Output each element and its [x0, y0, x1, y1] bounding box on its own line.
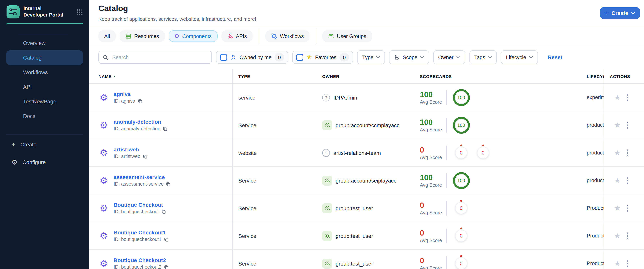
scorecard-ring[interactable]: 100: [450, 117, 472, 134]
search-box[interactable]: [98, 51, 212, 64]
app-grid-icon[interactable]: [76, 9, 83, 15]
scorecards-cell: 0 Avg Score 0: [420, 222, 587, 250]
copy-icon[interactable]: [138, 99, 143, 104]
component-gear-icon: ⚙: [100, 148, 108, 157]
scorecard-ring[interactable]: 100: [450, 172, 472, 189]
tab-label: Workflows: [280, 33, 304, 39]
filter-dropdown-tags[interactable]: Tags: [469, 50, 497, 64]
favorites-filter[interactable]: ★ Favorites 0: [292, 51, 353, 64]
sidebar-item-overview[interactable]: Overview: [6, 36, 83, 50]
scorecard-ring[interactable]: 0: [450, 202, 472, 214]
components-gear-icon: ⚙: [174, 33, 180, 39]
copy-icon[interactable]: [164, 265, 169, 269]
entity-id: ID: assessment-service: [114, 181, 164, 187]
tab-components[interactable]: ⚙Components: [168, 30, 218, 42]
scorecard-rings: 100: [450, 172, 472, 189]
lifecycle-value: Production: [587, 250, 604, 269]
reset-filters-link[interactable]: Reset: [548, 54, 562, 60]
chevron-down-icon: [631, 12, 635, 14]
avg-score-label: Avg Score: [420, 155, 446, 160]
sidebar-item-api[interactable]: API: [6, 79, 83, 94]
sidebar-create-button[interactable]: + Create: [0, 137, 89, 152]
kebab-menu-icon[interactable]: [626, 259, 630, 268]
column-header-scorecards[interactable]: SCORECARDS: [420, 74, 587, 79]
actions-cell: ★: [604, 167, 644, 194]
column-header-name[interactable]: NAME ▲: [89, 69, 232, 83]
favorite-star-icon[interactable]: ★: [614, 94, 620, 101]
owned-by-me-checkbox[interactable]: [220, 54, 227, 61]
group-badge: [322, 231, 332, 241]
entity-name-link[interactable]: assessment-service: [114, 174, 171, 180]
tab-all[interactable]: All: [98, 30, 116, 42]
name-cell: ⚙ agniva ID: agniva: [89, 84, 232, 111]
actions-cell: ★: [604, 139, 644, 166]
kebab-menu-icon[interactable]: [626, 204, 630, 213]
tab-user-groups[interactable]: User Groups: [322, 30, 372, 42]
column-header-owner[interactable]: OWNER: [322, 74, 420, 79]
group-badge: [322, 259, 332, 269]
kebab-menu-icon[interactable]: [626, 93, 630, 102]
sidebar-configure-button[interactable]: ⚙ Configure: [0, 155, 89, 170]
favorites-label: Favorites: [315, 54, 336, 60]
filter-dropdown-owner[interactable]: Owner: [433, 50, 465, 64]
owner-name: group:test_user: [336, 260, 373, 267]
tab-resources[interactable]: Resources: [120, 30, 165, 42]
scorecard-ring[interactable]: 0: [450, 230, 472, 242]
sidebar-item-docs[interactable]: Docs: [6, 109, 83, 123]
entity-name-link[interactable]: agniva: [114, 91, 143, 97]
sidebar-item-catalog[interactable]: Catalog: [6, 50, 83, 65]
favorites-checkbox[interactable]: [296, 54, 304, 61]
favorite-star-icon[interactable]: ★: [614, 260, 620, 267]
entity-id: ID: boutiquecheckout: [114, 209, 159, 215]
scorecard-ring[interactable]: 100: [450, 89, 472, 106]
scorecard-rings: 0: [450, 230, 472, 242]
create-button[interactable]: + Create: [600, 7, 640, 19]
owner-name: artist-relations-team: [333, 150, 381, 156]
filter-dropdowns: TypeScopeOwnerTagsLifecycle: [357, 50, 538, 64]
tab-apis[interactable]: APIs: [221, 30, 252, 42]
kebab-menu-icon[interactable]: [626, 176, 630, 185]
copy-icon[interactable]: [164, 237, 169, 242]
copy-icon[interactable]: [143, 154, 148, 159]
copy-icon[interactable]: [163, 126, 168, 131]
filter-dropdown-scope[interactable]: Scope: [389, 50, 429, 64]
search-input[interactable]: [112, 54, 208, 60]
favorite-star-icon[interactable]: ★: [614, 205, 620, 212]
entity-name-link[interactable]: Boutique Checkout: [114, 202, 166, 208]
favorite-star-icon[interactable]: ★: [614, 121, 620, 129]
sidebar-item-testnewpage[interactable]: TestNewPage: [6, 94, 83, 109]
scorecard-ring[interactable]: 0: [472, 147, 494, 159]
copy-icon[interactable]: [161, 209, 166, 214]
entity-name-link[interactable]: anomaly-detection: [114, 119, 168, 125]
table-row: ⚙ assessment-service ID: assessment-serv…: [89, 167, 644, 195]
tab-workflows[interactable]: Workflows: [265, 30, 310, 42]
avg-score-value: 100: [420, 173, 446, 182]
scorecard-ring[interactable]: 0: [450, 147, 472, 159]
favorite-star-icon[interactable]: ★: [614, 149, 620, 156]
owned-by-me-filter[interactable]: Owned by me 0: [216, 51, 288, 64]
scorecard-ring[interactable]: 0: [450, 258, 472, 269]
plus-icon: +: [605, 10, 609, 16]
column-header-type[interactable]: TYPE: [232, 74, 322, 79]
tab-label: Resources: [134, 33, 159, 39]
column-header-lifecycle[interactable]: LIFECYCLE: [587, 74, 604, 79]
copy-icon[interactable]: [166, 182, 171, 187]
favorite-star-icon[interactable]: ★: [614, 232, 620, 240]
filter-dropdown-type[interactable]: Type: [357, 50, 385, 64]
entity-name-link[interactable]: Boutique Checkout2: [114, 257, 169, 263]
entity-name-link[interactable]: Boutique Checkout1: [114, 230, 169, 236]
kebab-menu-icon[interactable]: [626, 120, 630, 130]
kebab-menu-icon[interactable]: [626, 231, 630, 240]
dropdown-label: Owner: [438, 54, 454, 60]
lifecycle-value: Production: [587, 195, 604, 222]
dropdown-label: Lifecycle: [506, 54, 526, 60]
sort-asc-icon[interactable]: ▲: [113, 75, 116, 78]
favorite-star-icon[interactable]: ★: [614, 177, 620, 184]
column-header-actions: ACTIONS: [604, 69, 644, 83]
person-icon: [230, 54, 236, 60]
owner-cell: ? artist-relations-team: [322, 139, 420, 166]
entity-name-link[interactable]: artist-web: [114, 146, 148, 153]
sidebar-item-workflows[interactable]: Workflows: [6, 65, 83, 79]
kebab-menu-icon[interactable]: [626, 148, 630, 157]
filter-dropdown-lifecycle[interactable]: Lifecycle: [501, 50, 538, 64]
